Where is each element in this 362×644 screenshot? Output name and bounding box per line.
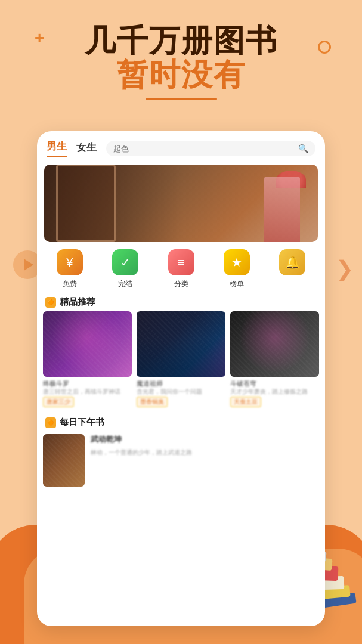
done-icon: ✓ (112, 249, 138, 275)
category-more[interactable]: 🔔 (265, 249, 320, 289)
section2-cover (43, 434, 85, 487)
header-underline (146, 98, 217, 100)
book-card-1[interactable]: 终极斗罗 唐三转世之后，再续斗罗神话 唐家三少 (43, 311, 132, 407)
section2-cover-noise (43, 434, 85, 487)
section2-content: 武动乾坤 林动，一个普通的少年，踏上武道之路 (37, 432, 325, 489)
banner-figure (264, 177, 300, 242)
search-icon: 🔍 (298, 144, 308, 153)
done-label: 完结 (118, 279, 132, 289)
book-card-3[interactable]: 斗破苍穹 天才少年萧炎，踏上修炼之路 天蚕土豆 (230, 311, 319, 407)
book-title-3: 斗破苍穹 (230, 379, 319, 388)
cover-figure-1 (43, 311, 132, 377)
banner-arch (56, 165, 116, 242)
category-done[interactable]: ✓ 完结 (97, 249, 153, 289)
tab-bar: 男生 女生 🔍 (37, 131, 325, 161)
chevron-right-icon: ❯ (336, 256, 354, 281)
section2-book-desc: 林动，一个普通的少年，踏上武道之路 (91, 448, 319, 456)
free-icon: ¥ (57, 249, 83, 275)
section1-title: 精品推荐 (60, 296, 95, 308)
section1-badge: 🔶 (45, 297, 56, 308)
search-bar[interactable]: 🔍 (106, 141, 315, 156)
search-input[interactable] (113, 144, 295, 153)
book-author-2: 墨香铜臭 (137, 397, 168, 407)
cat-icon: ≡ (168, 249, 194, 275)
header-line1: 几千万册图书 (36, 24, 326, 58)
section2-header: 🔶 每日下午书 (37, 412, 325, 432)
cover-figure-2 (137, 338, 225, 377)
cat-label: 分类 (174, 279, 188, 289)
book-desc-2: 含光君，我问你一个问题 (137, 388, 225, 395)
category-free[interactable]: ¥ 免费 (42, 249, 97, 289)
book-cover-3 (230, 311, 319, 377)
book-card-2[interactable]: 魔道祖师 含光君，我问你一个问题 墨香铜臭 (137, 311, 225, 407)
book-cover-2 (137, 311, 225, 377)
book-cover-1 (43, 311, 132, 377)
category-rank[interactable]: ★ 榜单 (209, 249, 264, 289)
book-desc-1: 唐三转世之后，再续斗罗神话 (43, 388, 132, 395)
category-cat[interactable]: ≡ 分类 (153, 249, 209, 289)
section2-book-title: 武动乾坤 (91, 434, 319, 445)
section2-title: 每日下午书 (60, 417, 104, 428)
section2-right: 武动乾坤 林动，一个普通的少年，踏上武道之路 (91, 434, 319, 456)
section2-badge: 🔶 (45, 417, 56, 428)
rank-icon: ★ (224, 249, 250, 275)
phone-mockup: 男生 女生 🔍 ¥ 免费 ✓ 完结 ≡ 分类 ★ 榜单 🔔 (37, 131, 325, 626)
book-title-2: 魔道祖师 (137, 379, 225, 388)
book-author-3: 天蚕土豆 (230, 397, 261, 407)
section1-header: 🔶 精品推荐 (37, 292, 325, 311)
book-grid: 终极斗罗 唐三转世之后，再续斗罗神话 唐家三少 魔道祖师 含光君，我问你一个问题… (37, 311, 325, 407)
section2-book[interactable] (43, 434, 85, 487)
free-label: 免费 (63, 279, 77, 289)
tab-female[interactable]: 女生 (76, 141, 97, 157)
cover-figure-3 (230, 311, 319, 377)
book-author-1: 唐家三少 (43, 397, 74, 407)
more-icon: 🔔 (279, 249, 305, 275)
book-title-1: 终极斗罗 (43, 379, 132, 388)
banner[interactable] (44, 165, 318, 242)
header-area: 几千万册图书 暂时没有 (0, 24, 362, 100)
book-desc-3: 天才少年萧炎，踏上修炼之路 (230, 388, 319, 395)
tab-male[interactable]: 男生 (47, 140, 67, 157)
rank-label: 榜单 (230, 279, 244, 289)
category-row: ¥ 免费 ✓ 完结 ≡ 分类 ★ 榜单 🔔 (37, 242, 325, 292)
header-line2: 暂时没有 (36, 58, 326, 92)
